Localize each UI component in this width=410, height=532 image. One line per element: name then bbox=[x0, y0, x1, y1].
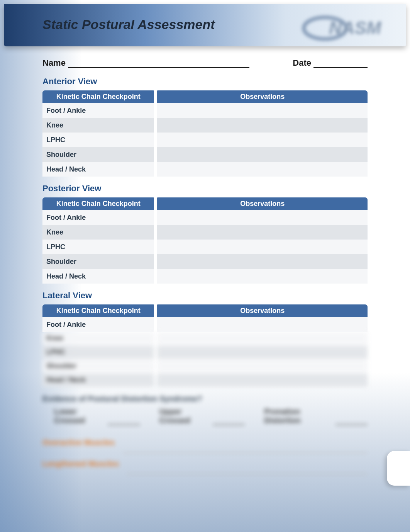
table-row: Shoulder bbox=[42, 254, 368, 269]
section-title-anterior: Anterior View bbox=[42, 76, 368, 87]
svg-text:NASM: NASM bbox=[329, 18, 382, 38]
table-row: Foot / Ankle bbox=[42, 103, 368, 118]
checkpoint-cell: Knee bbox=[42, 118, 156, 133]
table-row: Head / Neck bbox=[42, 269, 368, 284]
checkpoint-cell: Knee bbox=[42, 225, 156, 240]
table-row: Knee bbox=[42, 225, 368, 240]
posterior-table: Kinetic Chain Checkpoint Observations Fo… bbox=[42, 197, 368, 284]
col-header-checkpoint: Kinetic Chain Checkpoint bbox=[42, 304, 156, 317]
header-bar: Static Postural Assessment NASM bbox=[4, 4, 406, 46]
table-row: Shoulder bbox=[42, 147, 368, 162]
observation-cell[interactable] bbox=[156, 240, 368, 254]
table-row: LPHC bbox=[42, 133, 368, 147]
section-title-lateral: Lateral View bbox=[42, 291, 368, 301]
blurred-preview-area: Knee LPHC Shoulder Head / Neck Evidence … bbox=[42, 332, 368, 474]
page-title: Static Postural Assessment bbox=[42, 17, 215, 32]
checkpoint-cell: Shoulder bbox=[42, 254, 156, 269]
col-header-observations: Observations bbox=[156, 90, 368, 103]
observation-cell[interactable] bbox=[156, 147, 368, 162]
col-header-checkpoint: Kinetic Chain Checkpoint bbox=[42, 197, 156, 210]
checkpoint-cell: LPHC bbox=[42, 240, 156, 254]
name-label: Name bbox=[42, 58, 66, 68]
date-field[interactable]: Date bbox=[293, 58, 368, 68]
observation-cell[interactable] bbox=[156, 103, 368, 118]
name-input-line[interactable] bbox=[68, 59, 249, 68]
nasm-logo: NASM bbox=[302, 11, 391, 42]
name-date-row: Name Date bbox=[42, 58, 368, 68]
section-title-posterior: Posterior View bbox=[42, 184, 368, 194]
page-corner-tab bbox=[387, 451, 410, 486]
table-row: Foot / Ankle bbox=[42, 210, 368, 225]
name-field[interactable]: Name bbox=[42, 58, 249, 68]
anterior-table: Kinetic Chain Checkpoint Observations Fo… bbox=[42, 90, 368, 177]
observation-cell[interactable] bbox=[156, 225, 368, 240]
observation-cell[interactable] bbox=[156, 317, 368, 332]
checkpoint-cell: Foot / Ankle bbox=[42, 103, 156, 118]
checkpoint-cell: Shoulder bbox=[42, 147, 156, 162]
checkpoint-cell: Head / Neck bbox=[42, 269, 156, 284]
observation-cell[interactable] bbox=[156, 162, 368, 177]
col-header-checkpoint: Kinetic Chain Checkpoint bbox=[42, 90, 156, 103]
lateral-table: Kinetic Chain Checkpoint Observations Fo… bbox=[42, 304, 368, 332]
date-input-line[interactable] bbox=[313, 59, 368, 68]
col-header-observations: Observations bbox=[156, 197, 368, 210]
col-header-observations: Observations bbox=[156, 304, 368, 317]
observation-cell[interactable] bbox=[156, 269, 368, 284]
table-row: Knee bbox=[42, 118, 368, 133]
observation-cell[interactable] bbox=[156, 210, 368, 225]
date-label: Date bbox=[293, 58, 311, 68]
checkpoint-cell: Foot / Ankle bbox=[42, 317, 156, 332]
table-row: Foot / Ankle bbox=[42, 317, 368, 332]
observation-cell[interactable] bbox=[156, 133, 368, 147]
blurred-heading: Evidence of Postural Distortion Syndrome… bbox=[42, 394, 368, 403]
observation-cell[interactable] bbox=[156, 254, 368, 269]
table-row: Head / Neck bbox=[42, 162, 368, 177]
checkpoint-cell: Head / Neck bbox=[42, 162, 156, 177]
checkpoint-cell: LPHC bbox=[42, 133, 156, 147]
table-row: LPHC bbox=[42, 240, 368, 254]
content-area: Name Date Anterior View Kinetic Chain Ch… bbox=[42, 58, 368, 474]
checkpoint-cell: Foot / Ankle bbox=[42, 210, 156, 225]
observation-cell[interactable] bbox=[156, 118, 368, 133]
